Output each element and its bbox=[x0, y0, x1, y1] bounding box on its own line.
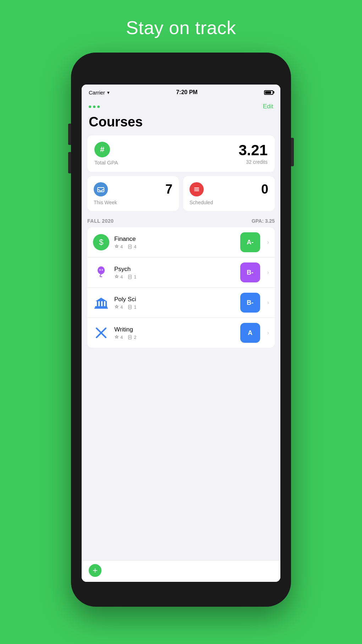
gpa-credits: 32 credits bbox=[238, 159, 268, 165]
course-row-psych[interactable]: Psych 4 1 bbox=[87, 258, 275, 288]
course-row-polysci[interactable]: Poly Sci 4 1 bbox=[87, 288, 275, 318]
chevron-psych: › bbox=[267, 269, 269, 276]
phone-frame: Carrier ▾ 7:20 PM Edit Courses bbox=[71, 53, 291, 607]
svg-rect-18 bbox=[105, 301, 107, 306]
this-week-value: 7 bbox=[165, 182, 172, 197]
grade-btn-finance[interactable]: A- bbox=[240, 232, 260, 252]
semester-header: FALL 2020 GPA: 3.25 bbox=[87, 218, 275, 224]
writing-docs: 2 bbox=[128, 335, 136, 340]
phone-top bbox=[71, 53, 291, 85]
this-week-card[interactable]: 7 This Week bbox=[87, 176, 179, 211]
svg-rect-16 bbox=[100, 301, 101, 306]
course-icon-psych bbox=[93, 264, 109, 281]
course-icon-writing bbox=[93, 325, 109, 341]
page-title: Courses bbox=[82, 112, 280, 135]
svg-rect-14 bbox=[95, 306, 107, 308]
carrier-label: Carrier ▾ bbox=[89, 90, 110, 96]
course-icon-polysci bbox=[93, 294, 109, 311]
scheduled-label: Scheduled bbox=[190, 200, 268, 205]
volume-down-button bbox=[68, 152, 71, 173]
chevron-finance: › bbox=[267, 239, 269, 245]
scheduled-card[interactable]: 0 Scheduled bbox=[183, 176, 275, 211]
chevron-writing: › bbox=[267, 330, 269, 336]
svg-rect-4 bbox=[128, 245, 131, 249]
small-cards-row: 7 This Week bbox=[87, 176, 275, 211]
add-button[interactable]: + bbox=[89, 564, 102, 577]
semester-gpa: GPA: 3.25 bbox=[252, 218, 275, 224]
finance-stars: 4 bbox=[114, 244, 123, 249]
chevron-polysci: › bbox=[267, 299, 269, 306]
course-info-writing: Writing 4 2 bbox=[114, 326, 235, 340]
gpa-card[interactable]: # Total GPA 3.21 32 credits bbox=[87, 135, 275, 172]
course-meta-psych: 4 1 bbox=[114, 274, 235, 280]
gpa-card-left: # Total GPA bbox=[94, 142, 118, 166]
svg-rect-11 bbox=[128, 275, 131, 279]
status-time: 7:20 PM bbox=[176, 89, 197, 96]
status-bar: Carrier ▾ 7:20 PM bbox=[82, 85, 280, 100]
dot2 bbox=[93, 105, 95, 108]
svg-point-10 bbox=[102, 269, 103, 271]
writing-stars: 4 bbox=[114, 335, 123, 340]
svg-rect-20 bbox=[94, 308, 108, 309]
course-info-finance: Finance 4 4 bbox=[114, 236, 235, 249]
gpa-value: 3.21 bbox=[238, 143, 268, 158]
page-bg-title: Stay on track bbox=[126, 17, 236, 38]
course-name-writing: Writing bbox=[114, 326, 235, 333]
semester-label: FALL 2020 bbox=[87, 218, 114, 224]
svg-rect-15 bbox=[97, 301, 98, 306]
bottom-bar: + bbox=[82, 560, 280, 582]
cards-section: # Total GPA 3.21 32 credits bbox=[82, 135, 280, 211]
course-meta-finance: 4 4 bbox=[114, 244, 235, 249]
course-name-polysci: Poly Sci bbox=[114, 296, 235, 303]
grade-btn-polysci[interactable]: B- bbox=[240, 293, 260, 313]
battery-fill bbox=[265, 91, 271, 94]
gpa-label: Total GPA bbox=[94, 159, 118, 166]
wifi-icon: ▾ bbox=[107, 90, 110, 95]
courses-list: $ Finance 4 4 bbox=[87, 227, 275, 348]
scheduled-icon bbox=[190, 182, 204, 196]
dot3 bbox=[97, 105, 100, 108]
svg-rect-21 bbox=[128, 305, 131, 309]
finance-docs: 4 bbox=[128, 244, 136, 249]
courses-section: FALL 2020 GPA: 3.25 $ Finance 4 bbox=[82, 211, 280, 560]
psych-stars: 4 bbox=[114, 274, 123, 280]
svg-rect-26 bbox=[128, 335, 131, 339]
psych-docs: 1 bbox=[128, 274, 136, 280]
grade-btn-writing[interactable]: A bbox=[240, 323, 260, 343]
course-info-psych: Psych 4 1 bbox=[114, 266, 235, 280]
course-meta-writing: 4 2 bbox=[114, 335, 235, 340]
app-content: Edit Courses # Total GPA 3.21 32 credits bbox=[82, 100, 280, 582]
grade-btn-psych[interactable]: B- bbox=[240, 263, 260, 282]
polysci-stars: 4 bbox=[114, 304, 123, 310]
phone-screen: Carrier ▾ 7:20 PM Edit Courses bbox=[82, 85, 280, 582]
svg-marker-19 bbox=[95, 298, 107, 301]
gpa-icon: # bbox=[94, 142, 110, 157]
battery-indicator bbox=[264, 90, 273, 95]
dot1 bbox=[89, 105, 91, 108]
polysci-docs: 1 bbox=[128, 304, 136, 310]
scheduled-value: 0 bbox=[261, 182, 268, 197]
app-header: Edit bbox=[82, 100, 280, 112]
course-meta-polysci: 4 1 bbox=[114, 304, 235, 310]
svg-point-7 bbox=[98, 266, 105, 274]
power-button bbox=[291, 138, 294, 166]
svg-point-9 bbox=[99, 269, 101, 271]
this-week-icon bbox=[94, 182, 108, 196]
this-week-row: 7 bbox=[94, 182, 172, 197]
course-name-finance: Finance bbox=[114, 236, 235, 243]
scheduled-row: 0 bbox=[190, 182, 268, 197]
course-row-finance[interactable]: $ Finance 4 4 bbox=[87, 227, 275, 258]
course-name-psych: Psych bbox=[114, 266, 235, 273]
edit-button[interactable]: Edit bbox=[263, 103, 273, 110]
gpa-card-right: 3.21 32 credits bbox=[238, 143, 268, 165]
dots-menu[interactable] bbox=[89, 105, 100, 108]
course-icon-finance: $ bbox=[93, 234, 109, 250]
course-row-writing[interactable]: Writing 4 2 bbox=[87, 318, 275, 348]
battery-icon bbox=[264, 90, 273, 95]
svg-rect-17 bbox=[103, 301, 104, 306]
this-week-label: This Week bbox=[94, 200, 172, 205]
course-info-polysci: Poly Sci 4 1 bbox=[114, 296, 235, 310]
volume-up-button bbox=[68, 124, 71, 145]
